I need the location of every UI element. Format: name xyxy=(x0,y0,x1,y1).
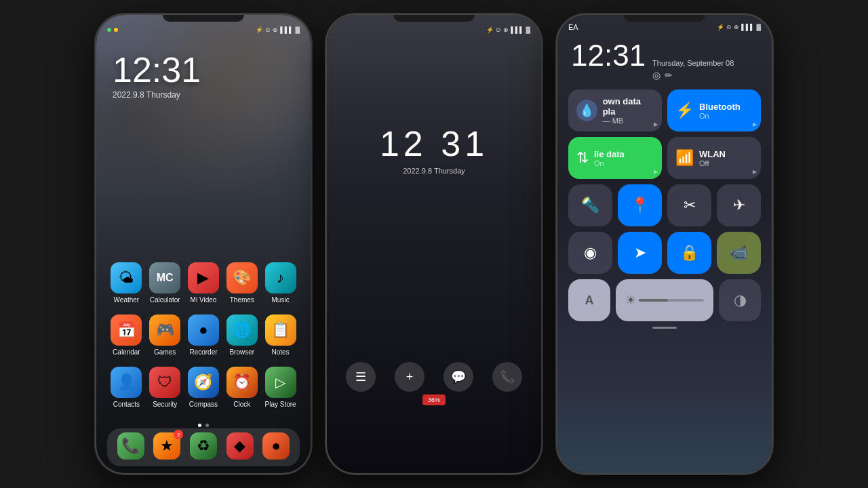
cc-signal-icon: ▌▌▌ xyxy=(741,24,754,30)
cc-mobile-data-tile[interactable]: ⇅ ile data On ▶ xyxy=(568,137,662,179)
dock: 📞 2 ★ ♻ ◆ ● xyxy=(107,428,300,466)
cc-wlan-tile[interactable]: 📶 WLAN Off ▶ xyxy=(667,137,761,179)
cc-wifi-icon: ⊙ xyxy=(726,24,732,30)
data-plan-icon: 💧 xyxy=(576,100,597,121)
security-icon: 🛡 xyxy=(149,367,180,398)
lock-add-btn[interactable]: + xyxy=(395,362,425,392)
lock-quick-actions: ☰ + 💬 📞 xyxy=(327,362,541,392)
calc-icon: MC xyxy=(149,262,180,293)
cc-privacy-btn[interactable]: ◉ xyxy=(568,232,612,274)
dock-red1[interactable]: ◆ xyxy=(222,432,258,462)
cc-airplane-btn[interactable]: ✈ xyxy=(717,184,761,226)
battery-percentage: 36% xyxy=(422,394,446,405)
brightness-fill xyxy=(639,299,668,302)
dock-green[interactable]: ♻ xyxy=(185,432,222,462)
app-row-3: 👤 Contacts 🛡 Security 🧭 Compass ⏰ Clock … xyxy=(107,367,300,408)
lock-status-bar: ⚡ ⊙ ⊕ ▌▌▌ ▓ xyxy=(338,23,530,37)
power-btn-2[interactable] xyxy=(541,123,542,161)
app-recorder[interactable]: ● Recorder xyxy=(184,314,222,356)
cc-screenshot-btn[interactable]: ✂ xyxy=(667,184,711,226)
music-icon: ♪ xyxy=(265,262,296,293)
lock-bt-icon: ⚡ xyxy=(486,26,494,33)
app-notes[interactable]: 📋 Notes xyxy=(262,314,300,356)
dock-mi[interactable]: 2 ★ xyxy=(149,432,186,462)
games-label: Games xyxy=(154,348,176,356)
dock-red1-icon: ◆ xyxy=(226,432,254,460)
app-clock[interactable]: ⏰ Clock xyxy=(223,367,261,408)
cc-camera-btn[interactable]: 📹 xyxy=(717,232,761,274)
app-contacts[interactable]: 👤 Contacts xyxy=(107,367,145,408)
wlan-status: Off xyxy=(699,159,726,167)
cc-accessibility-btn[interactable]: A xyxy=(568,279,610,321)
cc-status-icons: ⚡ ⊙ ⊕ ▌▌▌ ▓ xyxy=(717,24,761,30)
app-themes[interactable]: 🎨 Themes xyxy=(223,262,261,304)
compass-label: Compass xyxy=(189,401,218,408)
cc-date-info: Thursday, September 08 ◎ ✏ xyxy=(652,59,734,81)
notification-badge: 2 xyxy=(174,430,183,439)
app-compass[interactable]: 🧭 Compass xyxy=(184,367,222,408)
lock-call-btn[interactable]: 📞 xyxy=(492,362,522,392)
camera-indicators xyxy=(107,28,118,32)
data-plan-title: own data pla xyxy=(603,96,654,117)
cc-lock-btn[interactable]: 🔒 xyxy=(667,232,711,274)
app-grid: 🌤 Weather MC Calculator ▶ Mi Video 🎨 The… xyxy=(96,262,311,419)
lock-menu-btn[interactable]: ☰ xyxy=(346,362,376,392)
browser-label: Browser xyxy=(229,348,254,356)
mivideo-icon: ▶ xyxy=(188,262,219,293)
app-calculator[interactable]: MC Calculator xyxy=(146,262,184,304)
brightness-track xyxy=(639,299,704,302)
power-btn-3[interactable] xyxy=(772,123,773,161)
app-games[interactable]: 🎮 Games xyxy=(146,314,184,356)
music-label: Music xyxy=(272,296,290,304)
cc-data-plan-tile[interactable]: 💧 own data pla — MB ▶ xyxy=(568,89,662,131)
lock-screen: ⚡ ⊙ ⊕ ▌▌▌ ▓ 12 31 2022.9.8 Thursday ☰ + … xyxy=(327,15,541,473)
bluetooth-text: Bluetooth On xyxy=(699,102,741,120)
contacts-label: Contacts xyxy=(113,401,140,408)
lock-chat-btn[interactable]: 💬 xyxy=(443,362,473,392)
signal-icon: ▌▌▌ xyxy=(280,26,293,33)
app-browser[interactable]: 🌐 Browser xyxy=(223,314,261,356)
dock-green-icon: ♻ xyxy=(190,432,217,460)
home-time: 12:31 xyxy=(113,52,201,87)
green-dot xyxy=(107,28,111,32)
cc-battery-icon: ▓ xyxy=(756,24,761,30)
notes-label: Notes xyxy=(272,348,290,356)
app-calendar[interactable]: 📅 Calendar xyxy=(107,314,145,356)
cc-row-2: ⇅ ile data On ▶ 📶 WLAN Off ▶ xyxy=(568,137,761,179)
dock-red2[interactable]: ● xyxy=(258,432,294,462)
cc-gps-btn[interactable]: ➤ xyxy=(618,232,662,274)
clock-icon: ⏰ xyxy=(226,367,258,398)
games-icon: 🎮 xyxy=(149,314,180,346)
cc-clock-area: 12:31 Thursday, September 08 ◎ ✏ xyxy=(571,41,758,81)
mobile-data-icon: ⇅ xyxy=(576,149,589,167)
mivideo-label: Mi Video xyxy=(191,296,217,304)
app-security[interactable]: 🛡 Security xyxy=(146,367,184,408)
cc-bt-icon: ⚡ xyxy=(717,24,724,30)
app-row-1: 🌤 Weather MC Calculator ▶ Mi Video 🎨 The… xyxy=(107,262,300,304)
app-mivideo[interactable]: ▶ Mi Video xyxy=(184,262,222,304)
cc-dark-mode-btn[interactable]: ◑ xyxy=(719,279,761,321)
cc-flashlight-btn[interactable]: 🔦 xyxy=(568,184,612,226)
carrier-label: EA xyxy=(568,23,578,31)
bluetooth-arrow: ▶ xyxy=(753,121,757,127)
cc-brightness-slider[interactable]: ☀ xyxy=(616,279,713,321)
home-clock: 12:31 2022.9.8 Thursday xyxy=(113,52,201,100)
cc-bluetooth-tile[interactable]: ⚡ Bluetooth On ▶ xyxy=(667,89,761,131)
app-playstore[interactable]: ▷ Play Store xyxy=(262,367,300,408)
app-weather[interactable]: 🌤 Weather xyxy=(107,262,145,304)
playstore-icon: ▷ xyxy=(265,367,296,398)
cc-location-btn[interactable]: 📍 xyxy=(618,184,662,226)
cc-bottom-row: A ☀ ◑ xyxy=(568,279,761,321)
power-btn[interactable] xyxy=(311,123,312,161)
home-screen: ⚡ ⊙ ⊕ ▌▌▌ ▓ 12:31 2022.9.8 Thursday 🌤 We… xyxy=(96,15,311,473)
dock-phone[interactable]: 📞 xyxy=(113,432,149,462)
dock-red2-icon: ● xyxy=(262,432,290,460)
cc-tiles: 💧 own data pla — MB ▶ ⚡ Bluetooth On ▶ xyxy=(568,89,761,329)
app-music[interactable]: ♪ Music xyxy=(262,262,300,304)
cc-row-1: 💧 own data pla — MB ▶ ⚡ Bluetooth On ▶ xyxy=(568,89,761,131)
notes-icon: 📋 xyxy=(265,314,296,346)
cc-edit-icon: ✏ xyxy=(665,70,673,81)
calendar-label: Calendar xyxy=(113,348,140,356)
recorder-label: Recorder xyxy=(189,348,217,356)
bluetooth-icon: ⚡ xyxy=(675,102,694,119)
